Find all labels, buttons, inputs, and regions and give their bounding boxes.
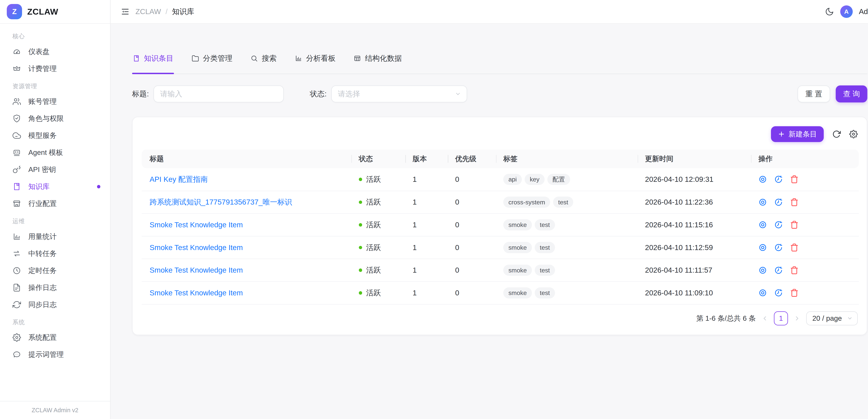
delete-button[interactable] [790,175,799,183]
entry-title-link[interactable]: 跨系统测试知识_1775791356737_唯一标识 [150,198,292,206]
delete-button[interactable] [790,220,799,229]
dark-mode-toggle[interactable] [825,7,834,16]
entry-title-link[interactable]: API Key 配置指南 [150,175,208,183]
avatar-letter: A [844,8,849,15]
tab-category-management[interactable]: 分类管理 [191,50,233,73]
priority-cell: 0 [448,168,497,191]
avatar[interactable]: A [840,5,853,18]
view-button[interactable] [758,266,767,274]
view-button[interactable] [758,198,767,206]
pagination-page-1[interactable]: 1 [774,311,788,326]
tag-badge: smoke [503,288,532,299]
sidebar-item-system-config[interactable]: 系统配置 [0,329,110,346]
column-header-status: 状态 [352,150,406,168]
entry-title-link[interactable]: Smoke Test Knowledge Item [150,243,243,251]
sidebar-collapse-button[interactable] [121,7,130,16]
sidebar-item-operation-logs[interactable]: 操作日志 [0,279,110,296]
entry-title-link[interactable]: Smoke Test Knowledge Item [150,266,243,274]
sidebar-item-label: 同步日志 [28,300,57,309]
sidebar-item-api-keys[interactable]: API 密钥 [0,161,110,178]
brand-logo-letter: Z [12,7,17,16]
priority-cell: 0 [448,259,497,282]
delete-button[interactable] [790,289,799,297]
tab-structured-data[interactable]: 结构化数据 [353,50,402,73]
view-button[interactable] [758,175,767,183]
table-row: Smoke Test Knowledge Item 活跃 1 0 smokete… [142,214,859,236]
sidebar-item-industry-config[interactable]: 行业配置 [0,195,110,212]
title-filter-input[interactable] [153,85,284,102]
status-dot [359,268,362,272]
sidebar-item-dashboard[interactable]: 仪表盘 [0,43,110,60]
sidebar-nav: 核心 仪表盘 计费管理 资源管理 账号管理 角色与权限 模型服务 [0,24,110,401]
view-button[interactable] [758,220,767,229]
status-filter-placeholder: 请选择 [338,89,360,99]
title-filter-label: 标题: [132,89,149,99]
entry-title-link[interactable]: Smoke Test Knowledge Item [150,289,243,297]
sidebar-item-accounts[interactable]: 账号管理 [0,93,110,110]
sidebar-item-usage-stats[interactable]: 用量统计 [0,228,110,245]
history-icon [774,289,783,297]
history-button[interactable] [774,175,783,183]
brand-name: ZCLAW [27,7,58,17]
status-dot [359,201,362,204]
history-button[interactable] [774,243,783,252]
tab-label: 分析看板 [306,53,336,63]
delete-button[interactable] [790,266,799,274]
updated-cell: 2026-04-10 11:09:10 [638,281,751,304]
delete-button[interactable] [790,243,799,252]
sidebar-item-roles[interactable]: 角色与权限 [0,110,110,127]
page-size-select[interactable]: 20 / page [806,311,858,326]
view-button[interactable] [758,243,767,252]
tab-knowledge-entries[interactable]: 知识条目 [132,50,174,73]
users-icon [12,97,21,106]
table-toolbar: 新建条目 [142,126,858,142]
reset-button[interactable]: 重 置 [798,85,830,102]
table-grid-icon [353,55,361,62]
view-button[interactable] [758,289,767,297]
pagination-prev-button[interactable] [762,315,768,322]
sidebar-item-sync-logs[interactable]: 同步日志 [0,296,110,313]
tab-analytics-board[interactable]: 分析看板 [294,50,336,73]
sidebar-section-resources: 资源管理 [0,77,110,93]
table-settings-button[interactable] [849,130,858,139]
tag-badge: key [525,174,545,185]
tag-badge: cross-system [503,197,550,208]
history-button[interactable] [774,220,783,229]
history-button[interactable] [774,198,783,206]
chevron-left-icon [762,315,768,322]
entry-title-link[interactable]: Smoke Test Knowledge Item [150,221,243,229]
query-button[interactable]: 查 询 [836,85,867,102]
sidebar-item-billing[interactable]: 计费管理 [0,60,110,77]
refresh-button[interactable] [832,130,841,139]
status-filter-select[interactable]: 请选择 [331,85,467,102]
pagination-next-button[interactable] [794,315,801,322]
new-entry-button[interactable]: 新建条目 [771,126,824,142]
column-header-version: 版本 [406,150,448,168]
history-button[interactable] [774,289,783,297]
history-button[interactable] [774,266,783,274]
sidebar-item-label: 系统配置 [28,333,57,342]
view-icon [758,243,767,252]
sidebar-item-knowledge-base[interactable]: 知识库 [0,178,110,195]
delete-button[interactable] [790,198,799,206]
tag-badge: api [503,174,522,185]
sidebar-item-agent-templates[interactable]: Agent 模板 [0,144,110,161]
sidebar-item-model-services[interactable]: 模型服务 [0,127,110,144]
key-icon [12,165,21,174]
new-entry-label: 新建条目 [788,129,817,139]
version-cell: 1 [406,259,448,282]
status-label: 活跃 [366,174,381,184]
user-name[interactable]: Admin [859,7,868,16]
topbar-right: A Admin [825,5,868,18]
tab-search[interactable]: 搜索 [250,50,277,73]
view-icon [758,289,767,297]
sidebar-item-label: 中转任务 [28,249,57,259]
tag-badge: test [553,197,574,208]
sidebar-item-transfer-tasks[interactable]: 中转任务 [0,245,110,262]
breadcrumb-root[interactable]: ZCLAW [135,7,161,16]
priority-cell: 0 [448,191,497,214]
column-header-tags: 标签 [496,150,638,168]
clock-icon [12,266,21,275]
sidebar-item-prompt-management[interactable]: 提示词管理 [0,346,110,363]
sidebar-item-scheduled-tasks[interactable]: 定时任务 [0,262,110,279]
